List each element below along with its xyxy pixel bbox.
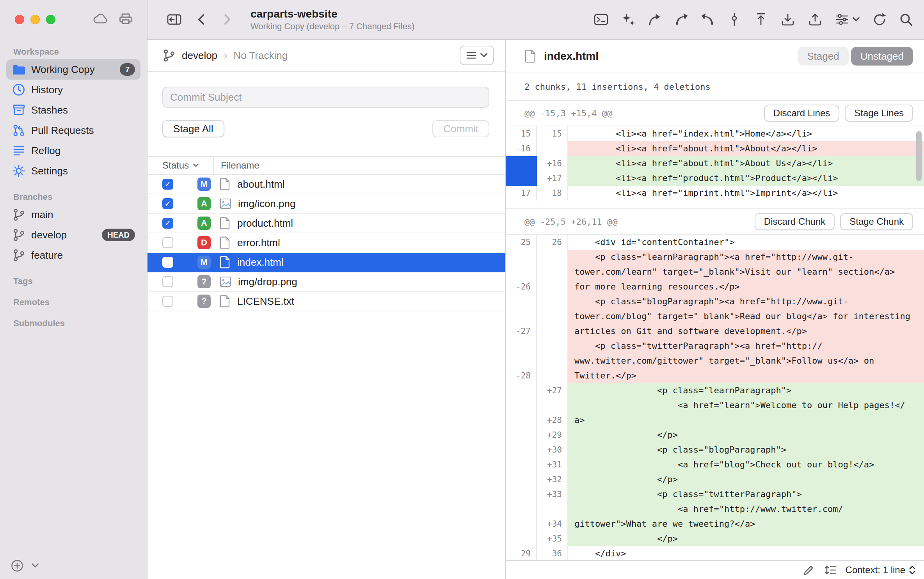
refresh-icon[interactable]	[872, 12, 887, 27]
discard-button[interactable]: Discard Chunk	[755, 213, 835, 230]
sidebar-item-develop[interactable]: developHEAD	[6, 225, 140, 245]
diff-line[interactable]: +34gittower">What are we tweeting?</a>	[506, 517, 924, 531]
discard-button[interactable]: Discard Lines	[764, 105, 839, 122]
cherry-pick-icon[interactable]	[727, 12, 741, 27]
diff-code: <li><a href="index.html">Home</a></li>	[568, 126, 924, 141]
diff-line[interactable]: <a href="http://www.twitter.com/	[506, 502, 924, 517]
stage-all-button[interactable]: Stage All	[162, 120, 224, 137]
diff-line[interactable]: www.twitter.com/gittower" target="_blank…	[506, 353, 924, 368]
sidebar-item-stashes[interactable]: Stashes	[6, 100, 140, 120]
options-chevron-icon[interactable]	[31, 563, 39, 568]
diff-line[interactable]: +31 <a href="blog">Check out our blog!</…	[506, 457, 924, 472]
diff-line[interactable]: 1515 <li><a href="index.html">Home</a></…	[506, 126, 924, 141]
window-controls	[15, 15, 55, 24]
merge-icon[interactable]	[674, 12, 688, 27]
file-row-img-icon-png[interactable]: ✓Aimg/icon.png	[147, 194, 505, 214]
diff-line[interactable]: +28a>	[506, 413, 924, 428]
diff-line[interactable]: <p class="blogParagraph"><a href="http:/…	[506, 294, 924, 309]
terminal-icon[interactable]	[594, 12, 609, 27]
diff-line[interactable]: tower.com/learn" target="_blank">Visit o…	[506, 265, 924, 279]
diff-line[interactable]: -27articles on Git and software developm…	[506, 324, 924, 339]
minimize-window-button[interactable]	[30, 15, 40, 24]
diff-line[interactable]: 1718 <li><a href="imprint.html">Imprint<…	[506, 186, 924, 201]
sidebar-item-label: main	[31, 209, 135, 221]
edit-mode-icon[interactable]	[803, 564, 815, 576]
stash-icon[interactable]	[754, 12, 768, 27]
breadcrumb-tracking[interactable]: No Tracking	[233, 50, 288, 62]
diff-line[interactable]: +32 </p>	[506, 472, 924, 487]
workflows-dropdown[interactable]	[835, 12, 860, 27]
file-checkbox[interactable]	[162, 257, 173, 268]
diff-line[interactable]: <p class="twitterParagraph"><a href="htt…	[506, 339, 924, 353]
sidebar-item-working-copy[interactable]: Working Copy7	[6, 59, 140, 80]
pull-icon[interactable]	[780, 12, 795, 27]
file-checkbox[interactable]: ✓	[162, 218, 173, 229]
scrollbar-thumb[interactable]	[916, 131, 922, 181]
push-icon[interactable]	[808, 12, 823, 27]
new-line-number: +27	[537, 383, 568, 398]
sidebar-item-feature[interactable]: feature	[6, 245, 140, 265]
line-spacing-icon[interactable]	[824, 564, 837, 576]
checkout-icon[interactable]	[648, 12, 662, 27]
diff-line[interactable]: 2526 <div id="contentContainer">	[506, 235, 924, 250]
file-checkbox[interactable]	[162, 296, 173, 307]
diff-line[interactable]: +27 <p class="learnParagraph">	[506, 383, 924, 398]
zoom-window-button[interactable]	[46, 15, 55, 24]
sidebar-item-pull-requests[interactable]: Pull Requests	[6, 120, 140, 140]
commit-button[interactable]: Commit	[432, 120, 489, 137]
close-window-button[interactable]	[15, 15, 24, 24]
file-checkbox[interactable]: ✓	[162, 179, 173, 190]
titlebar-left-controls	[147, 12, 233, 27]
diff-line[interactable]: -28Twitter.</p>	[506, 368, 924, 383]
diff-line[interactable]: +17 <li><a href="product.html">Product</…	[506, 171, 924, 186]
cloud-icon[interactable]	[93, 12, 108, 25]
diff-line[interactable]: 2936 </div>	[506, 546, 924, 560]
stage-button[interactable]: Stage Chunk	[840, 213, 913, 230]
diff-line[interactable]: -26for more learning resources.</p>	[506, 279, 924, 294]
file-checkbox[interactable]	[162, 237, 173, 248]
file-row-about-html[interactable]: ✓Mabout.html	[147, 175, 505, 194]
image-file-icon	[219, 275, 232, 288]
diff-line[interactable]: <p class="learnParagraph"><a href="http:…	[506, 250, 924, 265]
search-icon[interactable]	[899, 12, 913, 27]
file-row-index-html[interactable]: Mindex.html	[147, 253, 505, 272]
status-column-header[interactable]: Status	[147, 157, 214, 174]
diff-line[interactable]: +29 </p>	[506, 428, 924, 442]
diff-line[interactable]: tower.com/blog" target="_blank">Read our…	[506, 309, 924, 324]
diff-line[interactable]: -16 <li><a href="about.html">About</a></…	[506, 141, 924, 156]
file-checkbox[interactable]: ✓	[162, 198, 173, 209]
quick-actions-icon[interactable]	[621, 12, 635, 27]
file-row-img-drop-png[interactable]: ?img/drop.png	[147, 272, 505, 292]
filename-column-header[interactable]: Filename	[214, 160, 259, 171]
devices-icon[interactable]	[119, 12, 133, 25]
commit-subject-input[interactable]	[162, 87, 489, 108]
sidebar-item-main[interactable]: main	[6, 204, 140, 225]
add-repository-icon[interactable]	[11, 559, 23, 572]
sidebar-item-reflog[interactable]: Reflog	[6, 140, 140, 161]
file-list: ✓Mabout.html✓Aimg/icon.png✓Aproduct.html…	[147, 175, 505, 311]
breadcrumb-branch[interactable]: develop	[182, 50, 217, 62]
rebase-icon[interactable]	[701, 12, 715, 27]
unstaged-tab[interactable]: Unstaged	[851, 47, 913, 66]
old-line-number	[506, 517, 537, 531]
diff-line[interactable]: +33 <p class="twitterParagraph">	[506, 487, 924, 502]
diff-line[interactable]: +30 <p class="blogParagraph">	[506, 442, 924, 457]
stage-button[interactable]: Stage Lines	[845, 105, 913, 122]
file-row-error-html[interactable]: Derror.html	[147, 233, 505, 253]
stepper-icon[interactable]	[908, 565, 916, 575]
old-line-number: 17	[506, 186, 537, 201]
diff-line[interactable]: +16 <li><a href="about.html">About Us</a…	[506, 156, 924, 171]
forward-icon[interactable]	[221, 12, 233, 27]
file-checkbox[interactable]	[162, 276, 173, 287]
context-control[interactable]: Context: 1 line	[846, 565, 916, 575]
file-row-product-html[interactable]: ✓Aproduct.html	[147, 214, 505, 233]
diff-line[interactable]: +35 </p>	[506, 531, 924, 546]
sidebar-item-history[interactable]: History	[6, 80, 140, 100]
sidebar-item-settings[interactable]: Settings	[6, 161, 140, 181]
file-row-license-txt[interactable]: ?LICENSE.txt	[147, 292, 505, 311]
view-options-button[interactable]	[460, 46, 494, 65]
panel-toggle-icon[interactable]	[167, 12, 182, 27]
staged-tab[interactable]: Staged	[798, 47, 848, 66]
diff-line[interactable]: <a href="learn">Welcome to our Help page…	[506, 398, 924, 413]
back-icon[interactable]	[195, 12, 208, 27]
